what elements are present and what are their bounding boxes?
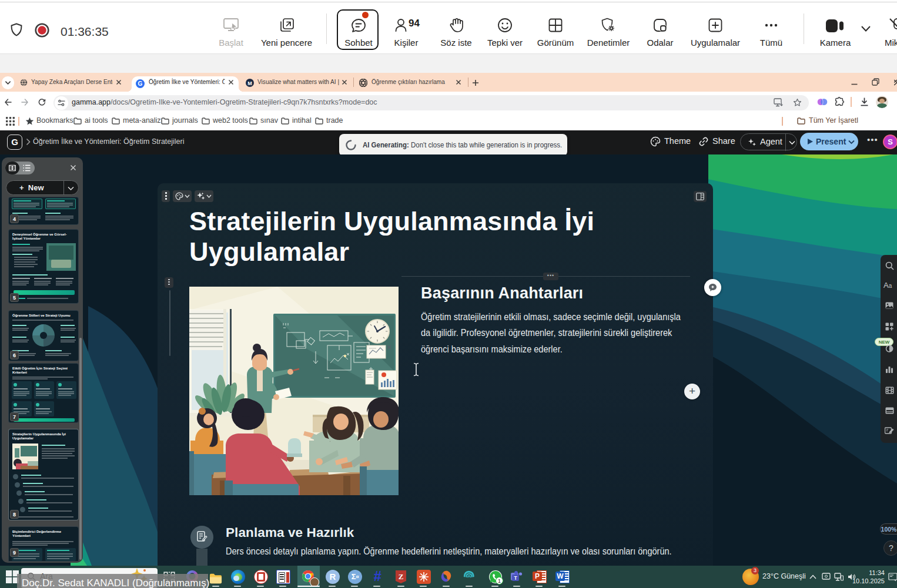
svg-text:Z: Z: [399, 572, 404, 581]
svg-text:T: T: [514, 575, 517, 581]
svg-text:G: G: [138, 80, 143, 87]
svg-text:M: M: [247, 80, 252, 86]
